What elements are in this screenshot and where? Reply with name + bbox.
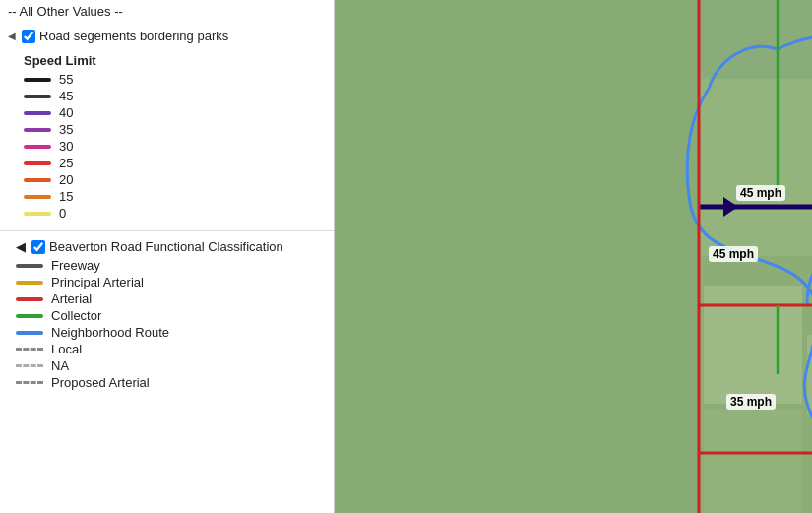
map-area: Waterhouse Linear Park Stoller Creek Gre… xyxy=(335,0,812,513)
section-divider-1 xyxy=(0,230,334,231)
speed-color-swatch xyxy=(24,195,51,199)
speed-color-swatch xyxy=(24,212,51,216)
speed-value-label: 25 xyxy=(59,156,73,170)
speed-color-swatch xyxy=(24,111,51,115)
partial-label: -- All Other Values -- xyxy=(8,4,123,19)
road-class-label: Proposed Arterial xyxy=(51,375,150,390)
speed-legend-item: 40 xyxy=(24,105,318,120)
road-class-color-swatch xyxy=(16,381,43,384)
road-class-label: Principal Arterial xyxy=(51,275,144,289)
svg-rect-5 xyxy=(699,79,812,256)
road-class-label: Neighborhood Route xyxy=(51,325,169,340)
speed-color-swatch xyxy=(24,128,51,132)
speed-items-list: 55454035302520150 xyxy=(24,72,318,221)
speed-label-1: 45 mph xyxy=(736,185,785,201)
road-class-label: Collector xyxy=(51,308,101,323)
road-class-legend-item: Proposed Arterial xyxy=(16,375,318,390)
speed-legend-item: 35 xyxy=(24,122,318,137)
road-class-items-list: FreewayPrincipal ArterialArterialCollect… xyxy=(16,258,318,390)
speed-color-swatch xyxy=(24,161,51,165)
speed-color-swatch xyxy=(24,78,51,82)
speed-legend-item: 15 xyxy=(24,189,318,204)
road-class-label: Arterial xyxy=(51,291,92,306)
speed-value-label: 40 xyxy=(59,105,73,120)
road-class-legend-item: NA xyxy=(16,358,318,373)
legend-panel: -- All Other Values -- ◀ Road segements … xyxy=(0,0,335,513)
road-class-legend-item: Local xyxy=(16,342,318,356)
speed-legend-item: 20 xyxy=(24,172,318,187)
road-class-legend-item: Neighborhood Route xyxy=(16,325,318,340)
road-class-section: ◀ Beaverton Road Functional Classificati… xyxy=(0,235,334,396)
speed-color-swatch xyxy=(24,178,51,182)
road-class-color-swatch xyxy=(16,297,43,301)
road-segments-label: Road segements bordering parks xyxy=(39,29,228,43)
speed-color-swatch xyxy=(24,95,51,98)
road-class-color-swatch xyxy=(16,331,43,335)
speed-value-label: 15 xyxy=(59,189,73,204)
road-class-checkbox[interactable] xyxy=(31,240,45,254)
speed-value-label: 55 xyxy=(59,72,73,87)
road-class-label: Beaverton Road Functional Classification xyxy=(49,239,283,254)
speed-color-swatch xyxy=(24,145,51,149)
road-class-color-swatch xyxy=(16,281,43,285)
collapse-arrow-road-segments[interactable]: ◀ xyxy=(8,31,16,41)
road-class-label: Local xyxy=(51,342,82,356)
road-class-label: NA xyxy=(51,358,69,373)
speed-legend-item: 25 xyxy=(24,156,318,170)
speed-value-label: 0 xyxy=(59,206,66,221)
road-class-legend-item: Arterial xyxy=(16,291,318,306)
road-segments-header: ◀ Road segements bordering parks xyxy=(0,23,334,49)
collapse-arrow-road-class[interactable]: ◀ xyxy=(16,239,26,254)
speed-legend-item: 45 xyxy=(24,89,318,103)
speed-value-label: 45 xyxy=(59,89,73,103)
speed-legend-item: 0 xyxy=(24,206,318,221)
speed-label-4: 45 mph xyxy=(709,246,758,262)
road-class-header: ◀ Beaverton Road Functional Classificati… xyxy=(16,239,318,254)
road-class-label: Freeway xyxy=(51,258,100,273)
speed-legend-item: 55 xyxy=(24,72,318,87)
svg-rect-7 xyxy=(335,0,699,513)
road-class-legend-item: Freeway xyxy=(16,258,318,273)
speed-value-label: 20 xyxy=(59,172,73,187)
speed-label-5: 35 mph xyxy=(726,394,776,410)
road-class-color-swatch xyxy=(16,364,43,367)
road-class-checkbox-label[interactable]: Beaverton Road Functional Classification xyxy=(31,239,283,254)
svg-rect-18 xyxy=(704,286,802,404)
road-class-color-swatch xyxy=(16,264,43,268)
speed-legend-item: 30 xyxy=(24,139,318,154)
speed-value-label: 35 xyxy=(59,122,73,137)
speed-limit-section: Speed Limit 55454035302520150 xyxy=(0,49,334,226)
speed-value-label: 30 xyxy=(59,139,73,154)
road-class-color-swatch xyxy=(16,314,43,318)
svg-rect-19 xyxy=(704,409,802,513)
road-segments-checkbox[interactable] xyxy=(22,30,35,43)
road-class-color-swatch xyxy=(16,348,43,351)
partial-top-item: -- All Other Values -- xyxy=(0,0,334,23)
road-class-legend-item: Principal Arterial xyxy=(16,275,318,289)
road-segments-checkbox-label[interactable]: Road segements bordering parks xyxy=(22,29,228,43)
speed-limit-title: Speed Limit xyxy=(24,53,318,68)
road-class-legend-item: Collector xyxy=(16,308,318,323)
